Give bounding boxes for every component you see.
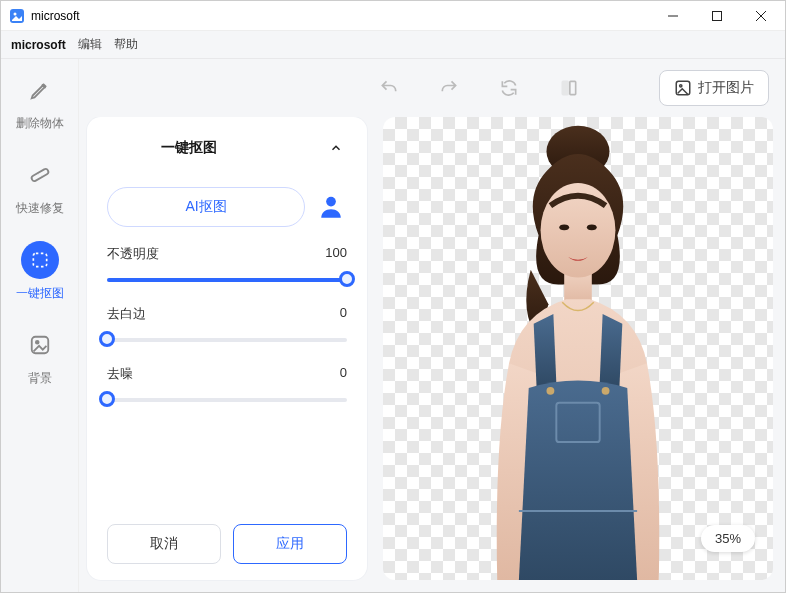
svg-rect-12 — [562, 81, 568, 94]
compare-icon[interactable] — [559, 78, 579, 98]
slider-value: 100 — [325, 245, 347, 263]
refresh-icon[interactable] — [499, 78, 519, 98]
toolbar: 打开图片 — [79, 59, 785, 117]
zoom-value: 35% — [715, 531, 741, 546]
sidebar-item-label: 背景 — [28, 370, 52, 387]
svg-point-23 — [546, 387, 554, 395]
svg-rect-3 — [713, 11, 722, 20]
apply-label: 应用 — [276, 535, 304, 551]
panel-title: 一键抠图 — [161, 139, 217, 157]
window-titlebar: microsoft — [1, 1, 785, 31]
open-image-button[interactable]: 打开图片 — [659, 70, 769, 106]
subject-figure — [438, 117, 718, 580]
sidebar-item-label: 快速修复 — [16, 200, 64, 217]
sidebar-item-remove-object[interactable]: 删除物体 — [10, 71, 70, 132]
image-icon — [21, 326, 59, 364]
app-icon — [9, 8, 25, 24]
sidebar-item-background[interactable]: 背景 — [10, 326, 70, 387]
pencil-icon — [21, 71, 59, 109]
bandage-icon — [21, 156, 59, 194]
sidebar-item-label: 一键抠图 — [16, 285, 64, 302]
svg-point-16 — [326, 197, 336, 207]
slider-label: 不透明度 — [107, 245, 159, 263]
svg-point-11 — [35, 341, 38, 344]
image-icon — [674, 79, 692, 97]
window-title: microsoft — [31, 9, 651, 23]
slider-value: 0 — [340, 305, 347, 323]
minimize-button[interactable] — [651, 1, 695, 31]
cancel-button[interactable]: 取消 — [107, 524, 221, 564]
edge-slider[interactable]: 去白边0 — [107, 305, 347, 347]
zoom-badge[interactable]: 35% — [701, 525, 755, 552]
sidebar: 删除物体 快速修复 一键抠图 背景 — [1, 59, 79, 592]
image-canvas[interactable]: 35% — [383, 117, 773, 580]
svg-rect-9 — [33, 253, 46, 266]
open-image-label: 打开图片 — [698, 79, 754, 97]
menu-item-edit[interactable]: 编辑 — [78, 36, 102, 53]
sidebar-item-cutout[interactable]: 一键抠图 — [10, 241, 70, 302]
cancel-label: 取消 — [150, 535, 178, 551]
maximize-button[interactable] — [695, 1, 739, 31]
redo-icon[interactable] — [439, 78, 459, 98]
svg-point-1 — [14, 12, 17, 15]
slider-label: 去白边 — [107, 305, 146, 323]
menu-item-app[interactable]: microsoft — [11, 38, 66, 52]
svg-point-15 — [680, 85, 682, 87]
slider-value: 0 — [340, 365, 347, 383]
cutout-icon — [21, 241, 59, 279]
undo-icon[interactable] — [379, 78, 399, 98]
person-icon[interactable] — [315, 191, 347, 223]
opacity-slider[interactable]: 不透明度100 — [107, 245, 347, 287]
chevron-up-icon[interactable] — [325, 137, 347, 159]
menu-item-help[interactable]: 帮助 — [114, 36, 138, 53]
svg-point-21 — [587, 224, 597, 230]
close-button[interactable] — [739, 1, 783, 31]
ai-cutout-label: AI抠图 — [185, 198, 226, 214]
svg-point-24 — [602, 387, 610, 395]
sidebar-item-quick-repair[interactable]: 快速修复 — [10, 156, 70, 217]
menubar: microsoft 编辑 帮助 — [1, 31, 785, 59]
svg-rect-6 — [30, 168, 49, 182]
ai-cutout-button[interactable]: AI抠图 — [107, 187, 305, 227]
slider-label: 去噪 — [107, 365, 133, 383]
cutout-panel: 一键抠图 AI抠图 不透明度100 去白边0 — [87, 117, 367, 580]
denoise-slider[interactable]: 去噪0 — [107, 365, 347, 407]
svg-point-20 — [559, 224, 569, 230]
apply-button[interactable]: 应用 — [233, 524, 347, 564]
sidebar-item-label: 删除物体 — [16, 115, 64, 132]
svg-rect-13 — [570, 81, 576, 94]
